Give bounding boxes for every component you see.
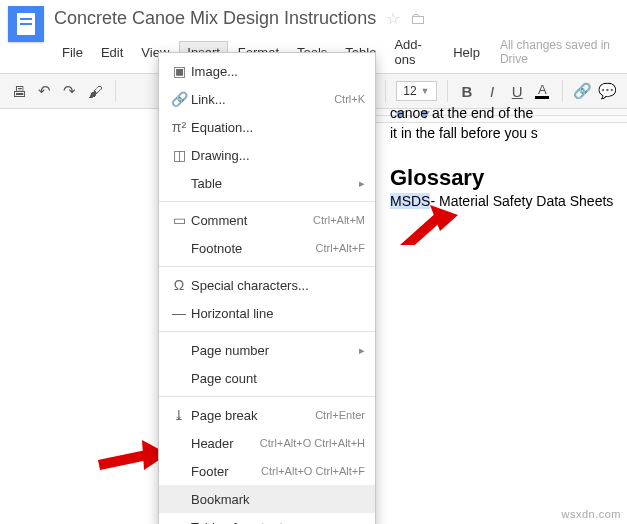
annotation-arrow-icon [400,205,460,245]
menu-help[interactable]: Help [445,41,488,64]
paint-format-icon[interactable]: 🖌 [85,79,104,103]
menu-item-table[interactable]: Table ▸ [159,169,375,197]
save-status: All changes saved in Drive [500,38,619,66]
body-text-line: canoe at the end of the [390,104,627,124]
undo-icon[interactable]: ↶ [35,79,54,103]
menu-item-comment[interactable]: ▭ Comment Ctrl+Alt+M [159,206,375,234]
menu-item-horizontal-line[interactable]: — Horizontal line [159,299,375,327]
highlighted-term: MSDS [390,193,430,209]
font-size-value: 12 [403,84,416,98]
glossary-heading: Glossary [390,165,627,191]
menu-item-page-count[interactable]: Page count [159,364,375,392]
folder-icon[interactable]: 🗀 [410,10,426,28]
link-icon: 🔗 [167,91,191,107]
menu-item-image[interactable]: ▣ Image... [159,57,375,85]
menu-item-footer[interactable]: Footer Ctrl+Alt+O Ctrl+Alt+F [159,457,375,485]
menu-separator [159,396,375,397]
menu-separator [159,201,375,202]
menu-separator [159,331,375,332]
menu-addons[interactable]: Add-ons [386,33,443,71]
menu-item-drawing[interactable]: ◫ Drawing... [159,141,375,169]
watermark: wsxdn.com [561,508,621,520]
comment-icon: ▭ [167,212,191,228]
menu-item-page-number[interactable]: Page number ▸ [159,336,375,364]
document-canvas[interactable]: canoe at the end of the it in the fall b… [380,100,627,209]
menu-item-equation[interactable]: π² Equation... [159,113,375,141]
drawing-icon: ◫ [167,147,191,163]
page-break-icon: ⤓ [167,407,191,423]
body-text-line: it in the fall before you s [390,124,627,144]
menu-item-bookmark[interactable]: Bookmark [159,485,375,513]
menu-item-special-characters[interactable]: Ω Special characters... [159,271,375,299]
image-icon: ▣ [167,63,191,79]
svg-marker-0 [400,211,444,245]
menu-item-link[interactable]: 🔗 Link... Ctrl+K [159,85,375,113]
glossary-entry: MSDS- Material Safety Data Sheets [390,193,627,209]
omega-icon: Ω [167,277,191,293]
star-icon[interactable]: ☆ [386,9,400,28]
submenu-arrow-icon: ▸ [359,344,365,357]
svg-marker-2 [98,450,148,470]
equation-icon: π² [167,119,191,135]
menu-item-table-of-contents[interactable]: Table of contents [159,513,375,524]
chevron-down-icon: ▼ [421,86,430,96]
menu-edit[interactable]: Edit [93,41,131,64]
menu-item-header[interactable]: Header Ctrl+Alt+O Ctrl+Alt+H [159,429,375,457]
font-size-selector[interactable]: 12 ▼ [396,81,436,101]
redo-icon[interactable]: ↷ [60,79,79,103]
insert-menu-dropdown: ▣ Image... 🔗 Link... Ctrl+K π² Equation.… [158,52,376,524]
menu-item-footnote[interactable]: Footnote Ctrl+Alt+F [159,234,375,262]
menu-separator [159,266,375,267]
print-icon[interactable]: 🖶 [10,79,29,103]
submenu-arrow-icon: ▸ [359,177,365,190]
hline-icon: — [167,305,191,321]
docs-logo[interactable] [8,6,44,42]
menu-item-page-break[interactable]: ⤓ Page break Ctrl+Enter [159,401,375,429]
menu-file[interactable]: File [54,41,91,64]
document-title[interactable]: Concrete Canoe Mix Design Instructions [54,8,376,29]
